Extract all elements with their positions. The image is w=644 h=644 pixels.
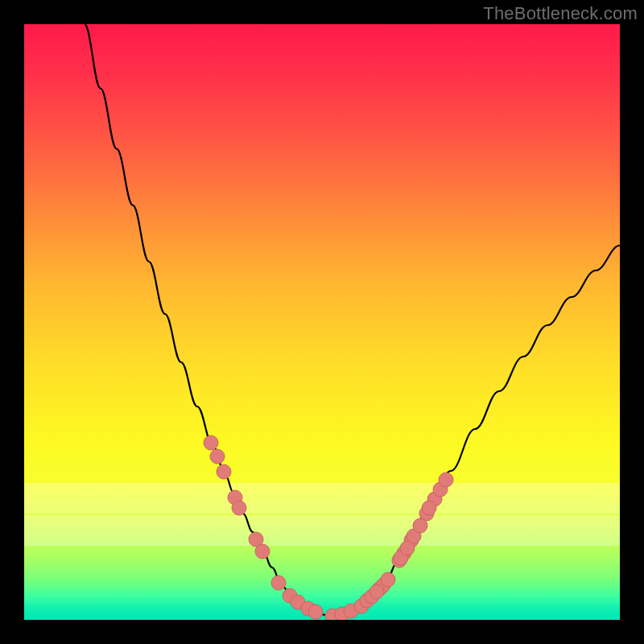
data-marker [210, 449, 225, 464]
data-marker [255, 544, 270, 559]
curve-layer [24, 24, 620, 620]
data-marker [381, 572, 395, 587]
data-marker [439, 473, 453, 487]
curve-markers [204, 436, 453, 620]
data-marker [369, 584, 384, 599]
data-marker [204, 436, 218, 450]
data-marker [308, 605, 323, 619]
data-marker [422, 501, 436, 515]
data-marker [217, 464, 231, 479]
data-marker [232, 501, 246, 515]
watermark-text: TheBottleneck.com [483, 3, 638, 24]
data-marker [400, 541, 415, 555]
chart-frame: TheBottleneck.com [0, 0, 644, 644]
data-marker [271, 576, 286, 590]
plot-area [24, 24, 620, 620]
data-marker [413, 518, 427, 533]
bottleneck-curve [85, 24, 620, 616]
